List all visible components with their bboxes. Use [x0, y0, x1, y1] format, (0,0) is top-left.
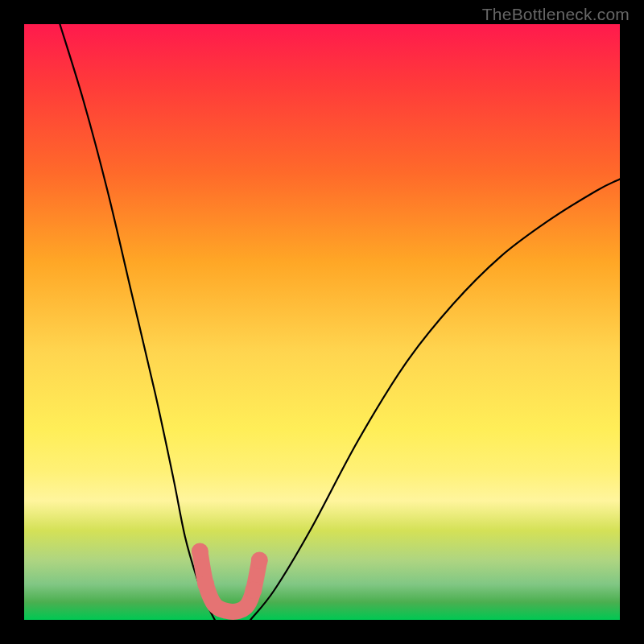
worm-bead: [251, 552, 268, 569]
attribution-text: TheBottleneck.com: [482, 5, 630, 24]
curve-left: [60, 24, 214, 620]
plot-area: [24, 24, 620, 620]
worm-bead: [197, 576, 214, 592]
worm-bead: [192, 543, 208, 559]
curve-right: [250, 179, 620, 620]
worm-bead: [245, 582, 262, 599]
curve-layer: [24, 24, 620, 620]
chart-frame: TheBottleneck.com: [0, 0, 644, 644]
